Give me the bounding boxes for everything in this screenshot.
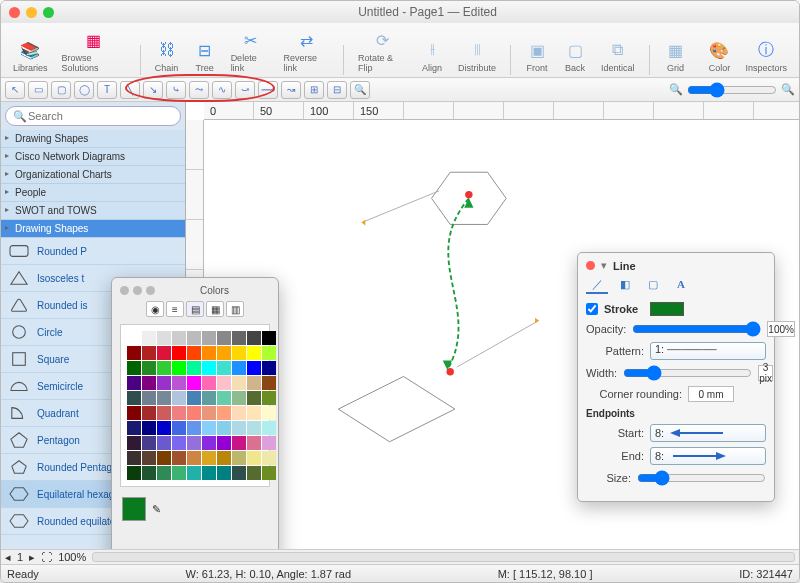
wheel-tab[interactable]: ◉ [146,301,164,317]
color-swatch[interactable] [232,361,246,375]
group-tool-1[interactable]: ⊞ [304,81,324,99]
color-swatch[interactable] [202,421,216,435]
color-swatch[interactable] [202,436,216,450]
color-swatch[interactable] [232,331,246,345]
color-swatch[interactable] [262,346,276,360]
color-swatch[interactable] [187,331,201,345]
color-swatch[interactable] [247,436,261,450]
color-swatch[interactable] [157,436,171,450]
end-arrow-select[interactable]: 8: [650,447,766,465]
color-swatch[interactable] [172,436,186,450]
text-tab[interactable]: A [670,276,692,294]
color-swatch[interactable] [157,466,171,480]
color-swatch[interactable] [127,346,141,360]
color-swatch[interactable] [247,391,261,405]
color-swatch[interactable] [232,451,246,465]
distribute-button[interactable]: ⫴Distribute [454,37,500,75]
color-swatch[interactable] [187,406,201,420]
color-swatch[interactable] [187,376,201,390]
connector-7-tool[interactable]: ↝ [281,81,301,99]
color-swatch[interactable] [232,466,246,480]
color-swatch[interactable] [157,346,171,360]
color-swatch[interactable] [202,466,216,480]
line-inspector[interactable]: ▾ Line ／ ◧ ▢ A Stroke Opacity: 100% Patt… [577,252,775,502]
color-swatch[interactable] [127,421,141,435]
page-nav-prev[interactable]: ◂ [5,551,11,564]
minimize-icon[interactable] [133,286,142,295]
color-swatch[interactable] [247,331,261,345]
stroke-tab[interactable]: ／ [586,276,608,294]
line-tool[interactable]: ╲ [120,81,140,99]
color-swatches[interactable] [120,324,270,487]
color-swatch[interactable] [217,436,231,450]
category-item[interactable]: Cisco Network Diagrams [1,148,185,166]
search-input[interactable] [5,106,181,126]
color-swatch[interactable] [202,346,216,360]
zoom-icon[interactable] [146,286,155,295]
color-swatch[interactable] [232,376,246,390]
category-item[interactable]: Drawing Shapes [1,130,185,148]
rect-tool[interactable]: ▭ [28,81,48,99]
color-swatch[interactable] [262,331,276,345]
zoom-slider[interactable]: 🔍 🔍 [669,82,795,98]
stroke-color-swatch[interactable] [650,302,684,316]
color-swatch[interactable] [262,451,276,465]
color-swatch[interactable] [232,421,246,435]
color-swatch[interactable] [187,361,201,375]
color-swatch[interactable] [172,331,186,345]
stroke-checkbox[interactable] [586,303,598,315]
color-swatch[interactable] [262,361,276,375]
color-swatch[interactable] [202,451,216,465]
color-swatch[interactable] [157,421,171,435]
pattern-select[interactable]: 1: ─────── [650,342,766,360]
color-swatch[interactable] [157,331,171,345]
color-swatch[interactable] [262,436,276,450]
h-scrollbar[interactable] [92,552,795,562]
color-swatch[interactable] [202,361,216,375]
zoom-out-icon[interactable]: 🔍 [669,83,683,96]
category-item-selected[interactable]: Drawing Shapes [1,220,185,238]
color-swatch[interactable] [217,406,231,420]
align-button[interactable]: ⫲Align [416,37,448,75]
color-swatch[interactable] [187,421,201,435]
color-swatch[interactable] [247,406,261,420]
sliders-tab[interactable]: ≡ [166,301,184,317]
rounded-rect-tool[interactable]: ▢ [51,81,71,99]
color-swatch[interactable] [142,466,156,480]
reverse-link-button[interactable]: ⇄Reverse link [279,27,333,75]
color-swatch[interactable] [262,391,276,405]
connector-3-tool[interactable]: ⤳ [189,81,209,99]
color-swatch[interactable] [127,466,141,480]
category-item[interactable]: SWOT and TOWS [1,202,185,220]
color-swatch[interactable] [247,451,261,465]
color-swatch[interactable] [217,331,231,345]
color-swatch[interactable] [217,391,231,405]
browse-solutions-button[interactable]: ▦Browse Solutions [58,27,130,75]
color-swatch[interactable] [127,406,141,420]
color-swatch[interactable] [127,376,141,390]
color-swatch[interactable] [142,346,156,360]
color-swatch[interactable] [202,331,216,345]
color-swatch[interactable] [127,436,141,450]
color-swatch[interactable] [172,376,186,390]
color-swatch[interactable] [157,406,171,420]
color-swatch[interactable] [127,391,141,405]
color-swatch[interactable] [262,466,276,480]
color-swatch[interactable] [142,361,156,375]
opacity-slider[interactable] [632,321,761,337]
zoom-icon[interactable] [43,7,54,18]
color-swatch[interactable] [217,376,231,390]
zoom-tool[interactable]: 🔍 [350,81,370,99]
color-swatch[interactable] [247,466,261,480]
color-swatch[interactable] [142,406,156,420]
corner-value[interactable]: 0 mm [688,386,734,402]
chain-button[interactable]: ⛓Chain [151,37,183,75]
minimize-icon[interactable] [26,7,37,18]
inspectors-button[interactable]: ⓘInspectors [741,37,791,75]
color-swatch[interactable] [172,466,186,480]
libraries-button[interactable]: 📚Libraries [9,37,52,75]
color-swatch[interactable] [172,451,186,465]
ellipse-tool[interactable]: ◯ [74,81,94,99]
color-swatch[interactable] [187,436,201,450]
color-swatch[interactable] [202,406,216,420]
